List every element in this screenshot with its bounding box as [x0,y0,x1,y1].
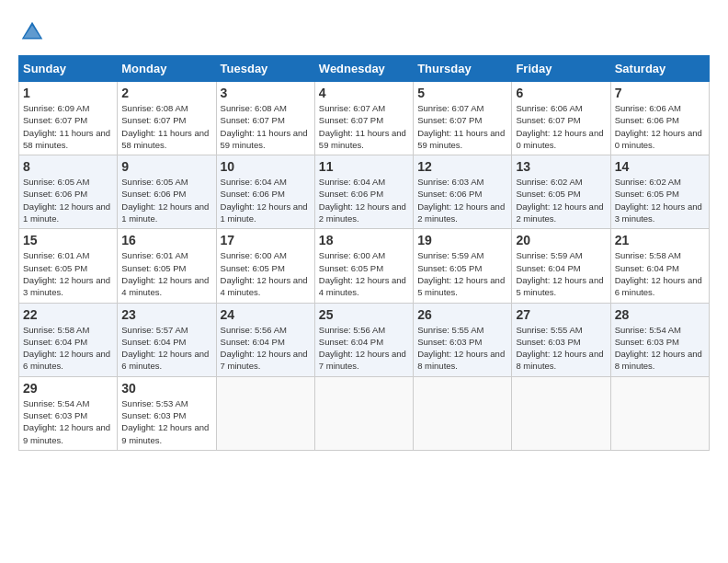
day-number: 1 [23,86,113,100]
day-info: Sunrise: 6:04 AM Sunset: 6:06 PM Dayligh… [221,176,311,224]
calendar-day: 6Sunrise: 6:06 AM Sunset: 6:07 PM Daylig… [512,82,610,155]
day-info: Sunrise: 6:03 AM Sunset: 6:06 PM Dayligh… [417,176,507,224]
calendar: SundayMondayTuesdayWednesdayThursdayFrid… [18,55,710,451]
calendar-day: 21Sunrise: 5:58 AM Sunset: 6:04 PM Dayli… [610,229,709,303]
day-info: Sunrise: 6:00 AM Sunset: 6:05 PM Dayligh… [319,249,409,298]
day-info: Sunrise: 5:55 AM Sunset: 6:03 PM Dayligh… [417,324,507,373]
calendar-week-4: 22Sunrise: 5:58 AM Sunset: 6:04 PM Dayli… [19,303,710,376]
weekday-header-wednesday: Wednesday [314,56,413,82]
day-info: Sunrise: 5:55 AM Sunset: 6:03 PM Dayligh… [516,324,606,373]
day-info: Sunrise: 6:09 AM Sunset: 6:07 PM Dayligh… [23,102,113,151]
day-number: 7 [615,86,705,100]
calendar-day: 10Sunrise: 6:04 AM Sunset: 6:06 PM Dayli… [216,155,314,229]
day-info: Sunrise: 6:08 AM Sunset: 6:07 PM Dayligh… [121,102,211,151]
day-number: 26 [417,307,507,322]
day-info: Sunrise: 5:56 AM Sunset: 6:04 PM Dayligh… [221,324,311,373]
day-number: 9 [121,159,211,174]
day-number: 18 [319,233,409,247]
calendar-week-2: 8Sunrise: 6:05 AM Sunset: 6:06 PM Daylig… [19,155,710,229]
weekday-header-sunday: Sunday [19,56,118,82]
calendar-day: 24Sunrise: 5:56 AM Sunset: 6:04 PM Dayli… [216,303,314,376]
day-number: 19 [417,233,507,247]
calendar-day [610,376,709,450]
calendar-day [414,376,512,450]
day-number: 27 [516,307,606,322]
day-info: Sunrise: 5:53 AM Sunset: 6:03 PM Dayligh… [121,397,211,446]
day-number: 11 [319,159,409,174]
calendar-day: 8Sunrise: 6:05 AM Sunset: 6:06 PM Daylig… [19,155,118,229]
calendar-day: 1Sunrise: 6:09 AM Sunset: 6:07 PM Daylig… [19,82,118,155]
day-number: 29 [23,381,113,396]
day-info: Sunrise: 6:01 AM Sunset: 6:05 PM Dayligh… [121,249,211,298]
calendar-day: 3Sunrise: 6:08 AM Sunset: 6:07 PM Daylig… [216,82,314,155]
day-number: 25 [319,307,409,322]
weekday-header-monday: Monday [118,56,216,82]
day-info: Sunrise: 6:08 AM Sunset: 6:07 PM Dayligh… [221,102,311,151]
calendar-day: 13Sunrise: 6:02 AM Sunset: 6:05 PM Dayli… [512,155,610,229]
calendar-day [314,376,413,450]
calendar-day: 28Sunrise: 5:54 AM Sunset: 6:03 PM Dayli… [610,303,709,376]
calendar-day: 9Sunrise: 6:05 AM Sunset: 6:06 PM Daylig… [118,155,216,229]
day-number: 6 [516,86,606,100]
calendar-day: 11Sunrise: 6:04 AM Sunset: 6:06 PM Dayli… [314,155,413,229]
day-info: Sunrise: 6:04 AM Sunset: 6:06 PM Dayligh… [319,176,409,224]
calendar-day: 25Sunrise: 5:56 AM Sunset: 6:04 PM Dayli… [314,303,413,376]
day-info: Sunrise: 5:54 AM Sunset: 6:03 PM Dayligh… [615,324,705,373]
calendar-day: 12Sunrise: 6:03 AM Sunset: 6:06 PM Dayli… [414,155,512,229]
calendar-day [216,376,314,450]
weekday-header-friday: Friday [512,56,610,82]
day-number: 12 [417,159,507,174]
day-number: 13 [516,159,606,174]
calendar-day: 2Sunrise: 6:08 AM Sunset: 6:07 PM Daylig… [118,82,216,155]
day-number: 15 [23,233,113,247]
weekday-header-tuesday: Tuesday [216,56,314,82]
day-number: 22 [23,307,113,322]
logo [18,18,50,46]
day-number: 21 [615,233,705,247]
day-number: 5 [417,86,507,100]
calendar-body: 1Sunrise: 6:09 AM Sunset: 6:07 PM Daylig… [19,82,710,451]
day-number: 28 [615,307,705,322]
day-info: Sunrise: 5:59 AM Sunset: 6:05 PM Dayligh… [417,249,507,298]
calendar-week-1: 1Sunrise: 6:09 AM Sunset: 6:07 PM Daylig… [19,82,710,155]
calendar-day: 17Sunrise: 6:00 AM Sunset: 6:05 PM Dayli… [216,229,314,303]
day-number: 30 [121,381,211,396]
weekday-header-saturday: Saturday [610,56,709,82]
calendar-day: 26Sunrise: 5:55 AM Sunset: 6:03 PM Dayli… [414,303,512,376]
weekday-header-thursday: Thursday [414,56,512,82]
day-number: 16 [121,233,211,247]
calendar-day [512,376,610,450]
day-info: Sunrise: 6:00 AM Sunset: 6:05 PM Dayligh… [221,249,311,298]
day-info: Sunrise: 6:01 AM Sunset: 6:05 PM Dayligh… [23,249,113,298]
calendar-day: 20Sunrise: 5:59 AM Sunset: 6:04 PM Dayli… [512,229,610,303]
calendar-day: 16Sunrise: 6:01 AM Sunset: 6:05 PM Dayli… [118,229,216,303]
calendar-day: 30Sunrise: 5:53 AM Sunset: 6:03 PM Dayli… [118,376,216,450]
day-number: 20 [516,233,606,247]
day-info: Sunrise: 6:02 AM Sunset: 6:05 PM Dayligh… [516,176,606,224]
day-info: Sunrise: 6:07 AM Sunset: 6:07 PM Dayligh… [417,102,507,151]
day-info: Sunrise: 6:05 AM Sunset: 6:06 PM Dayligh… [23,176,113,224]
calendar-day: 27Sunrise: 5:55 AM Sunset: 6:03 PM Dayli… [512,303,610,376]
day-number: 10 [221,159,311,174]
day-info: Sunrise: 6:06 AM Sunset: 6:06 PM Dayligh… [615,102,705,151]
calendar-header: SundayMondayTuesdayWednesdayThursdayFrid… [19,56,710,82]
calendar-day: 7Sunrise: 6:06 AM Sunset: 6:06 PM Daylig… [610,82,709,155]
calendar-day: 5Sunrise: 6:07 AM Sunset: 6:07 PM Daylig… [414,82,512,155]
day-info: Sunrise: 6:06 AM Sunset: 6:07 PM Dayligh… [516,102,606,151]
day-number: 17 [221,233,311,247]
calendar-day: 22Sunrise: 5:58 AM Sunset: 6:04 PM Dayli… [19,303,118,376]
calendar-day: 29Sunrise: 5:54 AM Sunset: 6:03 PM Dayli… [19,376,118,450]
day-number: 23 [121,307,211,322]
day-number: 2 [121,86,211,100]
header [18,18,710,46]
day-info: Sunrise: 5:59 AM Sunset: 6:04 PM Dayligh… [516,249,606,298]
calendar-day: 23Sunrise: 5:57 AM Sunset: 6:04 PM Dayli… [118,303,216,376]
calendar-week-3: 15Sunrise: 6:01 AM Sunset: 6:05 PM Dayli… [19,229,710,303]
calendar-day: 4Sunrise: 6:07 AM Sunset: 6:07 PM Daylig… [314,82,413,155]
calendar-day: 18Sunrise: 6:00 AM Sunset: 6:05 PM Dayli… [314,229,413,303]
day-info: Sunrise: 5:58 AM Sunset: 6:04 PM Dayligh… [23,324,113,373]
day-number: 24 [221,307,311,322]
calendar-week-5: 29Sunrise: 5:54 AM Sunset: 6:03 PM Dayli… [19,376,710,450]
day-info: Sunrise: 5:57 AM Sunset: 6:04 PM Dayligh… [121,324,211,373]
day-info: Sunrise: 6:07 AM Sunset: 6:07 PM Dayligh… [319,102,409,151]
